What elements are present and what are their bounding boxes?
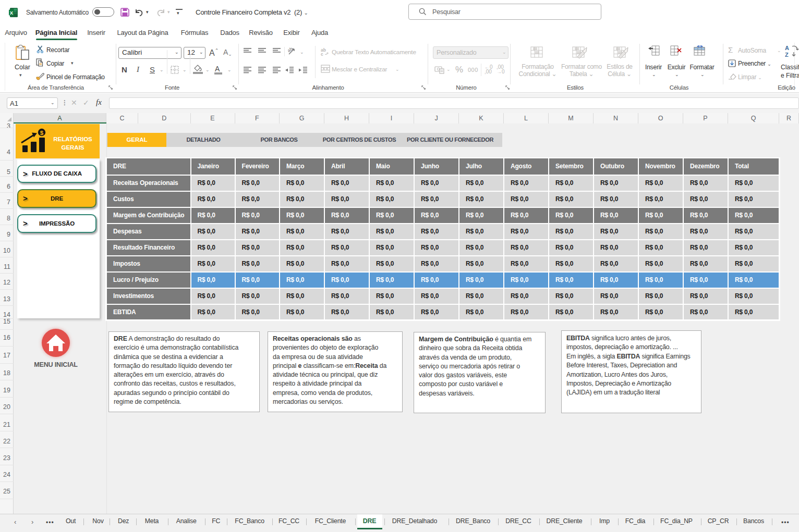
svg-text:Z: Z — [785, 52, 789, 57]
svg-text:A: A — [785, 45, 789, 51]
svg-text:X: X — [10, 10, 14, 16]
svg-text:$: $ — [40, 130, 44, 136]
svg-text:c: c — [321, 52, 323, 56]
